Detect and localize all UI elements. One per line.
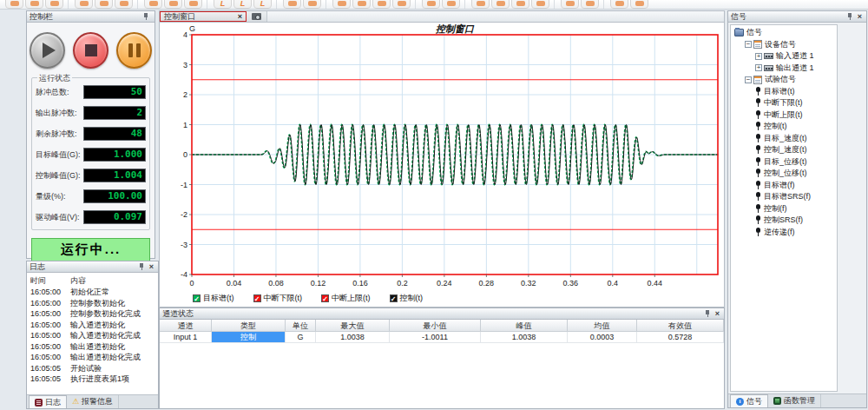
legend-checkbox[interactable]: ✓ — [253, 294, 261, 302]
tab-函数管理[interactable]: 函数管理 — [768, 394, 821, 407]
toolbar-button[interactable]: L — [233, 0, 252, 9]
toolbar-button[interactable] — [561, 0, 579, 9]
status-field-row: 输出脉冲数:2 — [34, 102, 148, 123]
close-icon[interactable]: × — [148, 263, 155, 271]
toolbar-button[interactable] — [511, 0, 529, 9]
tree-item[interactable]: 控制_位移(t) — [733, 168, 837, 180]
pin-icon[interactable] — [138, 263, 145, 270]
tree-item[interactable]: 目标_速度(t) — [733, 133, 837, 145]
legend-checkbox[interactable]: ✓ — [321, 294, 329, 302]
tree-item[interactable]: +输入通道 1 — [733, 50, 837, 63]
tree-item-label: 目标_速度(t) — [764, 133, 807, 144]
signal-tabbar: i信号函数管理 — [728, 393, 866, 407]
tab-control-window[interactable]: 控制窗口 × — [160, 11, 247, 22]
log-row: 16:05:05开始试验 — [30, 363, 158, 374]
legend-checkbox[interactable]: ✓ — [390, 294, 398, 302]
toolbar-button[interactable] — [581, 0, 599, 9]
tree-item[interactable]: 目标_位移(t) — [733, 156, 837, 169]
svg-text:-4: -4 — [181, 270, 187, 279]
toolbar-button[interactable] — [283, 0, 301, 9]
toolbar-button[interactable] — [25, 0, 43, 9]
cell-type: 控制 — [212, 332, 286, 343]
log-icon — [35, 399, 43, 407]
tab-close-icon[interactable]: × — [238, 12, 242, 21]
toolbar-button[interactable] — [115, 0, 133, 9]
close-icon[interactable]: × — [713, 310, 721, 318]
pin-icon[interactable] — [142, 13, 149, 20]
toolbar-button[interactable] — [184, 0, 202, 9]
tree-item[interactable]: −试验信号 — [733, 74, 837, 86]
tree-item[interactable]: 中断上限(t) — [733, 109, 837, 122]
legend-checkbox[interactable]: ✓ — [193, 294, 201, 302]
toolbar-button[interactable] — [491, 0, 510, 9]
tree-item[interactable]: 控制SRS(f) — [733, 215, 837, 227]
tab-label: 控制窗口 — [164, 11, 195, 23]
toolbar-button[interactable] — [45, 0, 63, 9]
tree-item[interactable]: 控制(t) — [733, 121, 837, 133]
svg-text:-2: -2 — [181, 210, 187, 219]
signal-panel-header: 信号 × — [728, 11, 866, 23]
log-time: 16:05:00 — [30, 330, 70, 341]
tree-item-label: 中断下限(t) — [764, 97, 803, 109]
pin-icon[interactable] — [704, 310, 711, 317]
tree-item[interactable]: 信号 — [733, 27, 837, 39]
control-bar-header: 控制栏 — [27, 11, 155, 23]
log-message: 执行进度表第1项 — [70, 374, 158, 385]
status-field-value: 100.00 — [83, 189, 146, 203]
warning-icon: ⚠ — [72, 398, 79, 406]
stop-button[interactable] — [73, 32, 108, 69]
run-button[interactable] — [30, 32, 65, 69]
tree-expander-icon[interactable]: − — [745, 41, 752, 48]
toolbar-button[interactable] — [372, 0, 391, 9]
toolbar-button[interactable] — [303, 0, 321, 9]
cell-rms: 0.5728 — [637, 332, 724, 343]
cell-mean: 0.0003 — [568, 332, 637, 343]
toolbar-button[interactable] — [392, 0, 411, 9]
tree-expander-icon[interactable]: − — [745, 76, 752, 83]
legend-label: 控制(t) — [400, 293, 424, 304]
tree-item[interactable]: −设备信号 — [733, 39, 837, 51]
toolbar-button[interactable] — [164, 0, 182, 9]
tree-expander-icon[interactable]: + — [755, 53, 762, 60]
tab-信号[interactable]: i信号 — [730, 394, 768, 407]
channel-status-header: 通道状态 × — [160, 308, 724, 320]
tree-item[interactable]: 控制_速度(t) — [733, 144, 837, 156]
tree-item[interactable]: 中断下限(t) — [733, 97, 837, 109]
tree-item[interactable]: 逆传递(f) — [733, 227, 837, 239]
toolbar-button[interactable] — [144, 0, 162, 9]
toolbar-button[interactable] — [422, 0, 440, 9]
tree-item[interactable]: 目标谱(f) — [733, 180, 837, 192]
tree-item[interactable]: 控制(f) — [733, 203, 837, 215]
channel-status-panel: 通道状态 × 通道类型单位最大值最小值峰值均值有效值 Input 1控制G1.0… — [159, 308, 725, 409]
toolbar-button[interactable] — [75, 0, 93, 9]
toolbar-button[interactable] — [471, 0, 490, 9]
log-time: 16:05:00 — [30, 287, 70, 298]
toolbar-button[interactable]: L — [214, 0, 232, 9]
tree-item[interactable]: 目标谱(t) — [733, 86, 837, 98]
toolbar-button[interactable] — [5, 0, 23, 9]
tree-item-label: 逆传递(f) — [764, 227, 795, 238]
tree-expander-icon[interactable]: + — [755, 64, 762, 71]
chart-plot: -4-3-2-10123400.040.080.120.160.20.240.2… — [160, 23, 724, 288]
toolbar-button[interactable] — [332, 0, 351, 9]
toolbar-button[interactable] — [610, 0, 628, 9]
toolbar-button[interactable] — [630, 0, 648, 9]
toolbar-separator — [276, 0, 280, 10]
toolbar-separator — [326, 0, 330, 10]
toolbar-button[interactable]: L — [253, 0, 272, 9]
tab-日志[interactable]: 日志 — [29, 395, 67, 408]
toolbar-button[interactable] — [442, 0, 460, 9]
tree-item[interactable]: +输出通道 1 — [733, 63, 837, 75]
pin-icon[interactable] — [846, 13, 853, 20]
document-tabbar: 控制窗口 × — [159, 10, 725, 22]
toolbar-button[interactable] — [531, 0, 549, 9]
log-time: 16:05:00 — [30, 341, 70, 353]
tree-item[interactable]: 目标谱SRS(f) — [733, 191, 837, 203]
pause-button[interactable] — [116, 32, 152, 69]
snapshot-button[interactable] — [247, 11, 267, 22]
status-field-row: 脉冲总数:50 — [34, 82, 148, 102]
toolbar-button[interactable] — [95, 0, 113, 9]
toolbar-button[interactable] — [352, 0, 371, 9]
tab-报警信息[interactable]: ⚠报警信息 — [67, 395, 119, 408]
close-icon[interactable]: × — [856, 13, 864, 21]
